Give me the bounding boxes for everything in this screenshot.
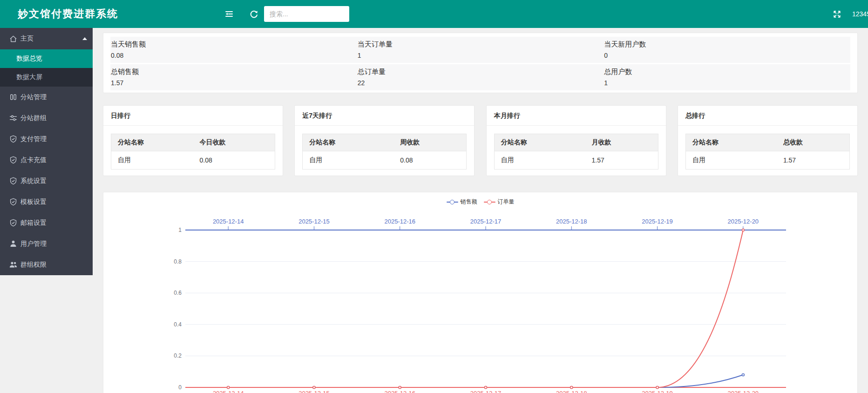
site-name-cell: 自用 <box>111 151 193 169</box>
stats-row: 总销售额1.57总订单量22总用户数1 <box>110 64 850 90</box>
svg-text:2025-12-17: 2025-12-17 <box>470 390 502 393</box>
sidebar-item-user-manage[interactable]: 用户管理 <box>0 233 93 254</box>
stat-value: 1.57 <box>111 78 357 88</box>
legend-item-订单量[interactable]: 订单量 <box>484 198 515 206</box>
sidebar-item-template-settings[interactable]: 模板设置 <box>0 191 93 212</box>
stat-value: 1 <box>358 51 604 61</box>
column-header: 月收款 <box>585 134 658 151</box>
column-header: 分站名称 <box>303 134 393 151</box>
stats-panel: 当天销售额0.08当天订单量1当天新用户数0总销售额1.57总订单量22总用户数… <box>103 33 858 93</box>
sliders-icon <box>9 114 17 122</box>
sidebar-item-label: 群组权限 <box>20 261 47 269</box>
stat-label: 当天订单量 <box>358 39 604 51</box>
stat-cell: 总订单量22 <box>357 67 604 88</box>
sales-orders-chart[interactable]: 00.20.40.60.812025-12-142025-12-152025-1… <box>103 192 857 393</box>
column-header: 今日收款 <box>193 134 275 151</box>
table-row: 自用1.57 <box>685 151 849 169</box>
sidebar-item-label: 点卡充值 <box>20 156 47 164</box>
rank-row: 日排行分站名称今日收款自用0.08近7天排行分站名称周收款自用0.08本月排行分… <box>103 105 858 176</box>
sidebar-item-label: 主页 <box>20 34 34 43</box>
chart-card: 销售额订单量 00.20.40.60.812025-12-142025-12-1… <box>103 192 858 393</box>
rank-card: 日排行分站名称今日收款自用0.08 <box>103 105 283 176</box>
amount-cell: 0.08 <box>393 151 467 169</box>
sidebar-item-card-recharge[interactable]: 点卡充值 <box>0 149 93 170</box>
svg-text:2025-12-17: 2025-12-17 <box>470 218 502 225</box>
svg-text:2025-12-14: 2025-12-14 <box>213 218 244 225</box>
rank-table: 分站名称今日收款自用0.08 <box>111 134 275 169</box>
sidebar-item-mail-settings[interactable]: 邮箱设置 <box>0 212 93 233</box>
table-row: 自用0.08 <box>303 151 467 169</box>
rank-table: 分站名称月收款自用1.57 <box>494 134 658 169</box>
stat-value: 22 <box>358 78 604 88</box>
column-header: 总收款 <box>777 134 850 151</box>
stat-value: 0 <box>604 51 850 61</box>
svg-text:1: 1 <box>178 227 182 233</box>
amount-cell: 0.08 <box>193 151 275 169</box>
sidebar-subitem-data-overview[interactable]: 数据总览 <box>0 49 93 68</box>
stat-cell: 当天销售额0.08 <box>110 39 357 61</box>
svg-text:2025-12-16: 2025-12-16 <box>384 390 415 393</box>
svg-text:2025-12-20: 2025-12-20 <box>728 390 759 393</box>
svg-text:0: 0 <box>178 384 182 391</box>
legend-marker-icon <box>484 199 495 205</box>
sidebar-item-site-groups[interactable]: 分站群组 <box>0 108 93 129</box>
site-name-cell: 自用 <box>303 151 393 169</box>
legend-item-销售额[interactable]: 销售额 <box>447 198 477 206</box>
column-header: 分站名称 <box>494 134 585 151</box>
shield-check-icon <box>9 156 17 164</box>
svg-text:2025-12-18: 2025-12-18 <box>556 218 587 225</box>
sidebar-item-payment-manage[interactable]: 支付管理 <box>0 129 93 149</box>
sidebar-item-site-manage[interactable]: 分站管理 <box>0 87 93 108</box>
table-row: 自用1.57 <box>494 151 658 169</box>
svg-text:2025-12-15: 2025-12-15 <box>298 390 330 393</box>
svg-text:0.8: 0.8 <box>174 258 182 265</box>
legend-label: 销售额 <box>461 198 477 206</box>
stat-label: 总订单量 <box>358 67 604 78</box>
sidebar-item-group-perms[interactable]: 群组权限 <box>0 254 93 275</box>
user-icon <box>9 240 17 248</box>
sidebar-subitem-label: 数据总览 <box>16 54 42 63</box>
username[interactable]: 12345 <box>852 0 868 28</box>
shield-check-icon <box>9 219 17 227</box>
stat-cell: 当天新用户数0 <box>604 39 850 61</box>
legend-marker-icon <box>447 199 458 205</box>
table-row: 自用0.08 <box>111 151 275 169</box>
columns-icon <box>9 93 17 101</box>
svg-text:2025-12-19: 2025-12-19 <box>642 218 673 225</box>
site-name-cell: 自用 <box>494 151 585 169</box>
column-header: 分站名称 <box>111 134 193 151</box>
stat-cell: 当天订单量1 <box>357 39 604 61</box>
sidebar-subitem-data-screen[interactable]: 数据大屏 <box>0 68 93 87</box>
amount-cell: 1.57 <box>585 151 658 169</box>
rank-card: 近7天排行分站名称周收款自用0.08 <box>294 105 475 176</box>
collapse-menu-icon[interactable] <box>223 0 236 28</box>
svg-text:2025-12-19: 2025-12-19 <box>642 390 673 393</box>
sidebar-item-label: 分站群组 <box>20 114 47 122</box>
refresh-icon[interactable] <box>247 0 260 28</box>
shield-check-icon <box>9 198 17 206</box>
sidebar-item-home[interactable]: 主页 <box>0 28 93 49</box>
sidebar-item-system-settings[interactable]: 系统设置 <box>0 170 93 191</box>
stat-label: 总销售额 <box>111 67 357 78</box>
search-input[interactable] <box>264 6 349 22</box>
sidebar-item-label: 分站管理 <box>20 93 47 102</box>
svg-text:2025-12-16: 2025-12-16 <box>384 218 415 225</box>
svg-text:0.4: 0.4 <box>174 321 182 328</box>
chart-legend: 销售额订单量 <box>103 198 857 206</box>
stat-cell: 总销售额1.57 <box>110 67 357 88</box>
stat-cell: 总用户数1 <box>604 67 850 88</box>
rank-card-title: 总排行 <box>678 106 857 126</box>
main-content: 当天销售额0.08当天订单量1当天新用户数0总销售额1.57总订单量22总用户数… <box>103 28 858 393</box>
svg-text:2025-12-20: 2025-12-20 <box>728 218 759 225</box>
rank-card: 本月排行分站名称月收款自用1.57 <box>486 105 666 176</box>
rank-card-title: 日排行 <box>103 106 283 126</box>
shield-check-icon <box>9 177 17 185</box>
home-icon <box>9 35 17 43</box>
fullscreen-icon[interactable] <box>830 0 843 28</box>
users-icon <box>9 261 17 269</box>
svg-text:0.6: 0.6 <box>174 290 182 296</box>
rank-card-title: 近7天排行 <box>295 106 474 126</box>
svg-text:0.2: 0.2 <box>174 352 182 359</box>
sidebar-subitem-label: 数据大屏 <box>16 73 42 81</box>
legend-label: 订单量 <box>498 198 515 206</box>
